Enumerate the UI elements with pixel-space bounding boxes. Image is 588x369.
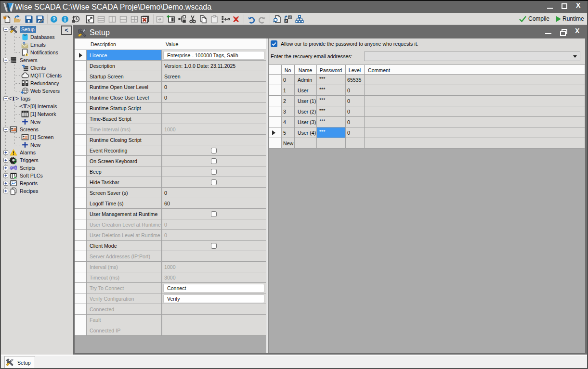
svg-text:<T>: <T> — [8, 95, 19, 102]
svg-text:<T>: <T> — [20, 103, 31, 110]
svg-text:?: ? — [52, 16, 56, 22]
svg-text:c: c — [285, 19, 287, 23]
svg-text:b: b — [289, 15, 291, 19]
